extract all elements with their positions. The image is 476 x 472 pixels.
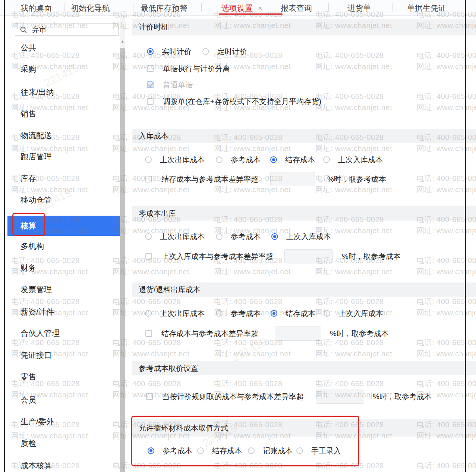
watermark-text: 网址: www.chanjet.net <box>417 349 476 359</box>
sidebar-item[interactable]: 发票管理 <box>21 284 52 295</box>
sidebar-item[interactable]: 财务 <box>21 263 36 273</box>
tab-1[interactable]: 我的桌面 <box>21 3 52 13</box>
sidebar-item[interactable]: 销售 <box>21 109 36 119</box>
radio-balance-cost[interactable]: 结存成本 <box>270 156 315 163</box>
app-window: 我的桌面初始化导航最低库存预警选项设置×报表查询进货单单据生凭证 公共采购往来/… <box>0 0 476 472</box>
section-title: 退货/退料出库成本 <box>139 285 201 295</box>
sidebar-search[interactable] <box>15 24 119 36</box>
section-title: 参考成本取价设置 <box>139 363 198 373</box>
watermark-text: 电话: 400-665-0028 <box>417 379 476 389</box>
pricing-rule-threshold-input[interactable] <box>316 390 364 404</box>
sidebar-item[interactable]: 采购 <box>21 64 36 74</box>
radio-reference-cost[interactable]: 参考成本 <box>216 156 261 163</box>
watermark-text: 电话: 400-665-0028 <box>417 174 476 184</box>
sidebar-item-selected[interactable]: 核算 <box>7 216 120 236</box>
sidebar-item[interactable]: 多机构 <box>21 241 44 251</box>
sidebar-item[interactable]: 库存 <box>21 173 36 184</box>
radio-icon <box>145 156 152 163</box>
radio-last-outbound-cost[interactable]: 上次出库成本 <box>145 233 205 240</box>
radio-reference-cost[interactable]: 参考成本 <box>216 233 261 240</box>
checkbox-separate-execution-pricing[interactable]: 单据执行与计价分离 <box>147 65 230 72</box>
sidebar-item[interactable]: 薪资/计件 <box>21 307 54 317</box>
sidebar-item[interactable]: 合伙人管理 <box>21 328 60 338</box>
sidebar-item[interactable]: 零售 <box>21 372 36 382</box>
checkbox-inbound-threshold[interactable]: 结存成本与参考成本差异率超 <box>145 175 258 183</box>
tab-divider <box>201 3 202 12</box>
sidebar-item[interactable]: 凭证接口 <box>21 350 52 360</box>
radio-icon <box>296 447 303 454</box>
watermark-text: 网址: www.chanjet.net <box>417 103 476 113</box>
radio-last-inbound-cost[interactable]: 上次入库成本 <box>323 156 383 163</box>
watermark-text: 网址: www.chanjet.net <box>417 226 476 236</box>
radio-icon <box>145 310 152 317</box>
watermark-text: 网址: www.chanjet.net <box>315 103 392 113</box>
sidebar-item[interactable]: 质检 <box>21 438 36 448</box>
tab-6[interactable]: 进货单 <box>347 3 371 13</box>
right-edge-line <box>465 0 466 472</box>
radio-icon <box>216 233 223 240</box>
watermark-text: 网址: www.chanjet.net <box>417 144 476 154</box>
radio-balance-cost[interactable]: 结存成本 <box>197 447 242 454</box>
sidebar-item[interactable]: 物流配送 <box>21 130 52 141</box>
checkbox-normal-document[interactable]: 普通单据 <box>147 81 193 88</box>
section-title: 入库成本 <box>139 131 168 141</box>
threshold-suffix: %时，取参考成本 <box>373 393 432 400</box>
watermark-text: 网址: www.chanjet.net <box>315 267 392 277</box>
checkbox-icon <box>147 98 154 105</box>
sidebar-item[interactable]: 移动仓管 <box>21 195 52 205</box>
sidebar-item[interactable]: 公共 <box>21 43 36 53</box>
radio-reference-cost[interactable]: 参考成本 <box>148 447 192 454</box>
checkbox-icon <box>145 253 152 260</box>
radio-last-outbound-cost[interactable]: 上次出库成本 <box>145 156 205 163</box>
tab-close-icon[interactable]: × <box>258 4 262 12</box>
section-header-inbound-cost: 入库成本 <box>132 129 476 143</box>
radio-selected-icon <box>148 447 154 454</box>
inbound-threshold-input[interactable] <box>270 172 315 186</box>
sidebar-item[interactable]: 会员 <box>21 395 36 405</box>
watermark-text: 网址: www.chanjet.net <box>214 144 291 154</box>
tab-7[interactable]: 单据生凭证 <box>407 3 446 13</box>
watermark-text: 网址: www.chanjet.net <box>214 185 291 195</box>
tab-5[interactable]: 报表查询 <box>281 3 312 13</box>
sidebar-scrollbar-thumb[interactable] <box>120 48 125 472</box>
watermark-text: 电话: 400-665-0028 <box>417 338 476 348</box>
radio-icon <box>216 310 223 317</box>
checkbox-return-threshold[interactable]: 结存成本与参考成本差异率超 <box>145 330 258 337</box>
radio-last-outbound-cost[interactable]: 上次出库成本 <box>145 310 205 317</box>
radio-manual-entry[interactable]: 手工录入 <box>296 447 341 454</box>
radio-last-inbound-cost[interactable]: 上次入库成本 <box>324 310 383 317</box>
tab-3[interactable]: 最低库存预警 <box>141 3 187 13</box>
sidebar-item[interactable]: 生产/委外 <box>21 416 54 427</box>
section-title: 计价时机 <box>139 22 168 32</box>
tab-2[interactable]: 初始化导航 <box>71 3 110 13</box>
radio-last-inbound-cost[interactable]: 上次入库成本 <box>271 233 331 240</box>
radio-reference-cost[interactable]: 参考成本 <box>216 310 261 317</box>
radio-bookkeeping-cost[interactable]: 记账成本 <box>248 447 293 454</box>
radio-realtime-pricing[interactable]: 实时计价 <box>147 48 192 55</box>
radio-balance-cost[interactable]: 结存成本 <box>271 310 315 317</box>
watermark-text: 电话: 400-665-0028 <box>315 379 384 389</box>
search-input[interactable] <box>31 25 105 34</box>
sidebar-item[interactable]: 成本核算 <box>21 460 52 471</box>
watermark-text: 电话: 400-665-0028 <box>315 338 384 348</box>
radio-icon <box>197 447 204 454</box>
sidebar-item[interactable]: 跑店管理 <box>21 151 52 162</box>
radio-icon <box>248 447 255 454</box>
return-threshold-input[interactable] <box>275 326 321 341</box>
checkbox-icon <box>147 65 154 72</box>
section-header-return-outbound-cost: 退货/退料出库成本 <box>132 282 476 297</box>
watermark-text: 网址: www.chanjet.net <box>417 267 476 277</box>
active-tab-underline <box>219 13 283 15</box>
tab-4[interactable]: 选项设置× <box>221 3 262 13</box>
checkbox-pricing-rule-threshold[interactable]: 当按计价规则取的成本与参考成本差异率超 <box>146 393 304 400</box>
checkbox-zero-cost-threshold[interactable]: 上次入库成本与参考成本差异率超 <box>145 253 273 260</box>
radio-scheduled-pricing[interactable]: 定时计价 <box>202 48 247 55</box>
radio-icon <box>324 310 330 317</box>
watermark-text: 电话: 400-665-0028 <box>214 297 283 307</box>
sidebar-item[interactable]: 往来/出纳 <box>21 87 54 97</box>
checkbox-transfer-order[interactable]: 调拨单(在仓库+存货模式下不支持全月平均存货) <box>147 98 321 105</box>
radio-selected-icon <box>271 310 277 317</box>
zero-cost-threshold-input[interactable] <box>284 249 333 263</box>
radio-selected-icon <box>271 233 278 240</box>
scroll-up-arrow-icon[interactable]: ▲ <box>120 39 125 44</box>
